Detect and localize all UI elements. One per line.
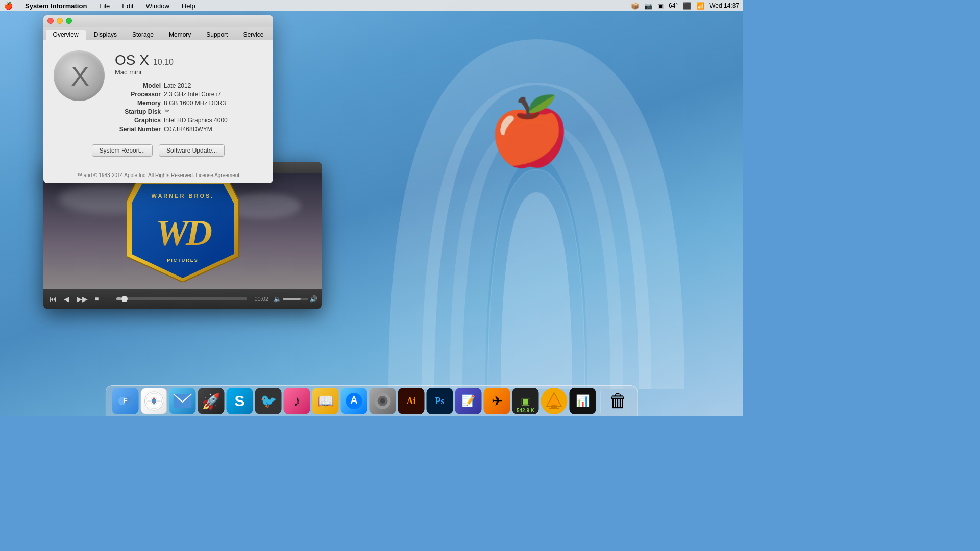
tab-storage[interactable]: Storage (125, 30, 161, 40)
svg-text:F: F (123, 396, 128, 405)
osx-version-info: OS X 10.10 Mac mini Model Late 2012 Proc… (115, 50, 228, 134)
spec-model: Model Late 2012 (115, 82, 228, 89)
spec-processor: Processor 2,3 GHz Intel Core i7 (115, 91, 228, 98)
spec-startup-label: Startup Disk (115, 108, 161, 115)
wb-shield-svg: WD WARNER BROS. PICTURES (127, 180, 239, 282)
clock: Wed 14:37 (709, 2, 739, 9)
spec-startup-value: ™ (164, 108, 170, 115)
tab-memory[interactable]: Memory (162, 30, 198, 40)
spec-memory: Memory 8 GB 1600 MHz DDR3 (115, 99, 228, 107)
menubar-right: 📦 📷 ▣ 64° ⬛ 📶 Wed 14:37 (631, 2, 739, 10)
dock-icon-tweetbot[interactable]: 🐦 (255, 388, 282, 414)
volume-low-icon: 🔈 (274, 295, 281, 303)
maximize-button[interactable] (66, 18, 72, 24)
progress-fill (116, 297, 121, 300)
tab-overview[interactable]: Overview (46, 30, 86, 40)
dock-separator (600, 391, 601, 413)
tab-displays[interactable]: Displays (87, 30, 124, 40)
player-playlist-button[interactable]: ≡ (104, 295, 111, 303)
spec-graphics-label: Graphics (115, 117, 161, 124)
sysinfo-window: Overview Displays Storage Memory Support… (43, 15, 273, 183)
volume-container: 🔈 🔊 (274, 295, 317, 303)
tab-support[interactable]: Support (199, 30, 235, 40)
dock-icon-appstore[interactable]: A (341, 388, 368, 414)
spec-graphics: Graphics Intel HD Graphics 4000 (115, 117, 228, 124)
dock-icon-photoshop[interactable]: Ps (427, 388, 453, 414)
menubar-left: 🍎 System Information File Edit Window He… (4, 2, 198, 10)
specs-table: Model Late 2012 Processor 2,3 GHz Intel … (115, 82, 228, 133)
window-content: X OS X 10.10 Mac mini Model Late 20 (43, 40, 273, 169)
dock-icon-itunes[interactable]: ♪ (284, 388, 310, 414)
osx-logo-container: X (54, 50, 105, 101)
player-controls: ⏮ ◀ ▶▶ ■ ≡ 00:02 🔈 🔊 (43, 289, 322, 309)
dock-icon-illustrator[interactable]: Ai (398, 388, 425, 414)
window-titlebar (43, 15, 273, 27)
minimize-button[interactable] (57, 18, 63, 24)
menubar-app-name[interactable]: System Information (23, 2, 89, 10)
os-version: 10.10 (153, 58, 174, 67)
player-window: Edge of Tomorrow 2014 TS x264 AC3 RoSubb… (43, 162, 322, 309)
svg-rect-22 (549, 408, 559, 409)
dock-icon-airmail[interactable]: ✈ (484, 388, 510, 414)
player-rewind-button[interactable]: ⏮ (47, 294, 59, 304)
volume-bar[interactable] (283, 298, 308, 300)
spec-memory-label: Memory (115, 99, 161, 107)
tab-service[interactable]: Service (236, 30, 271, 40)
player-prev-button[interactable]: ◀ (62, 294, 71, 304)
spec-serial-value: C07JH468DWYM (164, 126, 212, 133)
menubar: 🍎 System Information File Edit Window He… (0, 0, 743, 11)
dock-icon-diskdiag[interactable]: 542,9 K ▣ (512, 388, 539, 414)
system-report-button[interactable]: System Report... (92, 144, 153, 157)
dock-icon-bbedit[interactable]: 📝 (455, 388, 482, 414)
wb-scene: WD WARNER BROS. PICTURES (43, 173, 322, 289)
dock-icon-ibooks[interactable]: 📖 (312, 388, 339, 414)
spec-serial-label: Serial Number (115, 126, 161, 133)
progress-handle[interactable] (121, 296, 128, 302)
dock-icon-finder[interactable]: F (112, 388, 139, 414)
svg-text:PICTURES: PICTURES (167, 258, 199, 263)
battery-icon[interactable]: ▣ (657, 2, 664, 10)
apple-logo-decoration: 🍎 (488, 98, 571, 164)
camera-icon[interactable]: 📷 (644, 2, 652, 10)
menubar-help[interactable]: Help (180, 2, 198, 10)
dock-icon-vlc[interactable] (541, 388, 568, 414)
wifi-icon[interactable]: 📶 (696, 2, 704, 10)
spec-memory-value: 8 GB 1600 MHz DDR3 (164, 99, 226, 107)
player-stop-button[interactable]: ■ (93, 294, 101, 304)
dock-icon-skype[interactable]: S (227, 388, 253, 414)
spec-model-label: Model (115, 82, 161, 89)
svg-text:WARNER BROS.: WARNER BROS. (151, 193, 214, 199)
player-video[interactable]: WD WARNER BROS. PICTURES (43, 173, 322, 289)
volume-high-icon: 🔊 (310, 295, 317, 303)
dock-icon-safari[interactable] (141, 388, 167, 414)
software-update-button[interactable]: Software Update... (159, 144, 225, 157)
osx-logo-bg: X (54, 50, 105, 101)
wb-shield: WD WARNER BROS. PICTURES (127, 185, 239, 277)
spec-model-value: Late 2012 (164, 82, 191, 89)
dock-icon-gpumonitor[interactable]: 📊 (570, 388, 596, 414)
desktop: 🍎 🍎 System Information File Edit Window … (0, 0, 743, 416)
time-display: 00:02 (254, 296, 268, 302)
dock-icon-mail[interactable] (169, 388, 196, 414)
os-name: OS X (115, 52, 149, 68)
spec-processor-label: Processor (115, 91, 161, 98)
player-ffwd-button[interactable]: ▶▶ (75, 294, 90, 304)
dock-icon-sysprefs[interactable] (370, 388, 396, 414)
svg-text:X: X (70, 60, 88, 91)
svg-marker-20 (548, 394, 560, 405)
apple-menu[interactable]: 🍎 (4, 2, 13, 10)
menubar-file[interactable]: File (97, 2, 112, 10)
dock-icon-trash[interactable]: 🗑 (605, 388, 631, 414)
menubar-window[interactable]: Window (144, 2, 172, 10)
window-tabs: Overview Displays Storage Memory Support… (43, 27, 273, 40)
volume-fill (283, 298, 301, 300)
window-buttons: System Report... Software Update... (54, 144, 263, 157)
display-icon[interactable]: ⬛ (683, 2, 691, 10)
close-button[interactable] (47, 18, 54, 24)
dock-icon-launchpad[interactable]: 🚀 (198, 388, 225, 414)
machine-name: Mac mini (115, 68, 228, 76)
menubar-edit[interactable]: Edit (120, 2, 135, 10)
spec-graphics-value: Intel HD Graphics 4000 (164, 117, 228, 124)
dropbox-icon[interactable]: 📦 (631, 2, 639, 10)
progress-bar[interactable] (116, 297, 248, 300)
